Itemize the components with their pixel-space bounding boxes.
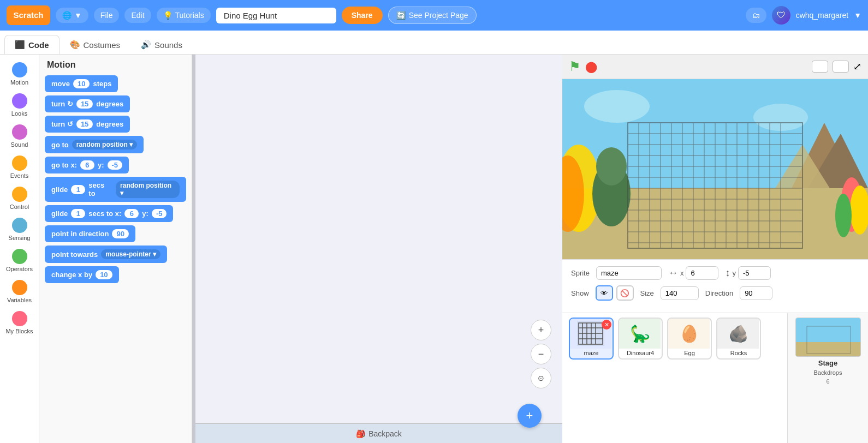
svg-point-41: [835, 194, 852, 237]
sprite-name-input[interactable]: [596, 266, 662, 280]
sprite-label: Sprite: [571, 269, 590, 277]
show-visible-button[interactable]: 👁: [596, 285, 613, 301]
myblocks-label: My Blocks: [5, 328, 33, 334]
code-area[interactable]: + − ⊙ 🎒 Backpack: [195, 55, 562, 443]
my-stuff-button[interactable]: 🗂: [746, 8, 766, 23]
block-glide-xy[interactable]: glide 1 secs to x: 6 y: -5: [45, 205, 173, 222]
edit-menu-button[interactable]: Edit: [124, 8, 151, 23]
svg-point-12: [596, 147, 627, 185]
variables-dot: [12, 280, 27, 295]
stage-mini-preview[interactable]: [795, 318, 861, 357]
sidebar-item-looks[interactable]: Looks: [2, 90, 37, 120]
sounds-tab-icon: 🔊: [141, 40, 151, 50]
backpack-icon: 🎒: [356, 429, 365, 438]
sidebar-item-motion[interactable]: Motion: [2, 59, 37, 89]
direction-label: Direction: [705, 289, 733, 297]
x-coord: ↔ x: [668, 266, 719, 280]
categories-sidebar: Motion Looks Sound Events Control Sensin…: [0, 55, 39, 443]
sidebar-item-control[interactable]: Control: [2, 183, 37, 213]
main-layout: Motion Looks Sound Events Control Sensin…: [0, 55, 868, 443]
sidebar-item-operators[interactable]: Operators: [2, 246, 37, 276]
block-glide-random[interactable]: glide 1 secs to random position ▾: [45, 177, 186, 202]
sprite-thumb-rocks[interactable]: 🪨 Rocks: [716, 318, 761, 360]
green-flag-button[interactable]: ⚑: [569, 59, 581, 74]
size-label: Size: [640, 289, 654, 297]
block-move[interactable]: move 10 steps: [45, 75, 118, 92]
stop-button[interactable]: ⬤: [585, 60, 597, 73]
sprite-name-egg: Egg: [668, 349, 711, 358]
sound-label: Sound: [11, 141, 28, 148]
tab-sounds[interactable]: 🔊 Sounds: [130, 35, 193, 54]
x-value-input[interactable]: [686, 266, 718, 280]
show-hidden-button[interactable]: 🚫: [616, 285, 634, 301]
backdrops-count: 6: [826, 378, 829, 385]
block-point-direction[interactable]: point in direction 90: [45, 225, 135, 242]
y-value-input[interactable]: [738, 266, 771, 280]
sprite-thumb-maze[interactable]: ✕: [569, 318, 614, 360]
stage-panel: ⚑ ⬤ ⤢: [562, 55, 868, 443]
variables-label: Variables: [7, 297, 32, 303]
project-name-input[interactable]: [216, 8, 336, 23]
backpack-bar[interactable]: 🎒 Backpack: [195, 423, 562, 443]
sprites-container: ✕: [562, 313, 787, 443]
sound-dot: [12, 124, 27, 140]
code-tab-label: Code: [28, 40, 49, 50]
scratch-logo[interactable]: Scratch: [7, 5, 50, 25]
file-label: File: [100, 11, 113, 20]
bottom-area: ✕: [562, 313, 868, 443]
sprite-thumb-egg[interactable]: 🥚 Egg: [667, 318, 712, 360]
normal-stage-button[interactable]: [833, 61, 849, 73]
myblocks-dot: [12, 311, 27, 326]
zoom-controls: + − ⊙: [531, 320, 551, 388]
svg-text:Scratch: Scratch: [13, 10, 43, 20]
zoom-in-button[interactable]: +: [531, 320, 551, 340]
globe-button[interactable]: 🌐 ▼: [56, 8, 88, 23]
block-turn-ccw[interactable]: turn ↺ 15 degrees: [45, 116, 130, 133]
small-stage-button[interactable]: [812, 61, 828, 73]
sprite-thumb-dinosaur4[interactable]: 🦕 Dinosaur4: [618, 318, 663, 360]
tab-costumes[interactable]: 🎨 Costumes: [60, 35, 131, 54]
operators-dot: [12, 249, 27, 264]
sync-icon: 🔄: [396, 11, 406, 20]
zoom-center-button[interactable]: ⊙: [531, 368, 551, 388]
file-menu-button[interactable]: File: [94, 8, 120, 23]
motion-dot: [12, 62, 27, 77]
sensing-label: Sensing: [9, 235, 31, 241]
fullscreen-button[interactable]: ⤢: [853, 61, 861, 73]
tutorials-icon: 💡: [163, 11, 173, 20]
tab-code[interactable]: ⬛ Code: [4, 35, 60, 54]
block-turn-cw[interactable]: turn ↻ 15 degrees: [45, 95, 130, 112]
block-goto-random[interactable]: go to random position ▾: [45, 136, 144, 153]
show-toggle: 👁 🚫: [596, 285, 634, 301]
backpack-label: Backpack: [368, 429, 402, 438]
looks-dot: [12, 93, 27, 109]
tutorials-button[interactable]: 💡 Tutorials: [157, 8, 211, 23]
folder-icon: 🗂: [752, 11, 760, 20]
sidebar-item-sensing[interactable]: Sensing: [2, 214, 37, 244]
costumes-tab-label: Costumes: [84, 40, 121, 50]
control-label: Control: [10, 203, 29, 210]
add-sprite-button[interactable]: +: [518, 404, 542, 428]
block-change-x[interactable]: change x by 10: [45, 266, 119, 283]
username-label: cwhq_margaret: [796, 11, 849, 20]
direction-input[interactable]: [740, 286, 772, 300]
add-buttons-panel: +: [518, 404, 542, 428]
stage-mini-panel: Stage Backdrops 6: [787, 313, 868, 443]
block-point-towards[interactable]: point towards mouse-pointer ▾: [45, 246, 167, 263]
y-arrow-icon: ↕: [725, 267, 730, 279]
sidebar-item-events[interactable]: Events: [2, 152, 37, 182]
motion-label: Motion: [10, 79, 28, 86]
share-button[interactable]: Share: [342, 7, 383, 24]
sprite-delete-maze[interactable]: ✕: [602, 320, 611, 330]
looks-label: Looks: [11, 110, 27, 117]
see-project-button[interactable]: 🔄 See Project Page: [388, 7, 477, 24]
zoom-out-button[interactable]: −: [531, 344, 551, 364]
code-canvas: [195, 55, 562, 443]
size-input[interactable]: [661, 286, 699, 300]
sidebar-item-sound[interactable]: Sound: [2, 121, 37, 151]
block-goto-xy[interactable]: go to x: 6 y: -5: [45, 157, 129, 173]
sidebar-item-variables[interactable]: Variables: [2, 277, 37, 307]
sidebar-item-myblocks[interactable]: My Blocks: [2, 308, 37, 338]
user-area: 🛡 cwhq_margaret ▼: [772, 6, 861, 25]
sprite-name-dinosaur4: Dinosaur4: [619, 349, 662, 358]
